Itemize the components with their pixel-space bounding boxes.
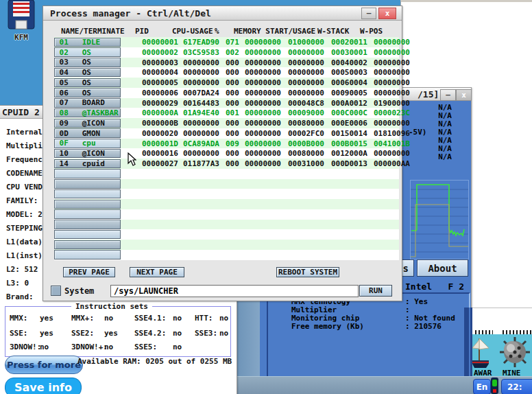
process-cell-pid: 00000027 [142,159,178,168]
empty-slot-button[interactable] [54,200,121,209]
process-cell-wstack: 000E0006 [331,119,367,128]
empty-slot-button[interactable] [54,209,121,219]
about-button[interactable]: About [417,259,468,277]
process-terminate-button[interactable]: 0F cpu [54,139,121,148]
sensor-na-value: N/A [438,152,452,161]
sea-mine-icon[interactable] [498,336,531,369]
process-cell-wstack: 000D0013 [331,159,367,168]
process-cell-pct: 000 [226,129,239,138]
empty-row [54,240,399,250]
clock-button[interactable]: 22: [501,379,532,394]
empty-row [54,250,399,260]
process-cell-usage: 01000000 [288,38,324,47]
process-terminate-button[interactable]: 08 @TASKBAR [54,108,121,118]
empty-slot-button[interactable] [54,189,121,199]
process-cell-wstack: 000C000C [331,108,367,117]
process-cell-pct: 000 [226,149,239,158]
process-terminate-button[interactable]: 10 @ICON [54,149,121,159]
reboot-system-button[interactable]: REBOOT SYSTEM [276,267,339,277]
column-header-name: NAME/TERMINATE [61,27,125,36]
process-row: 06 OS000000060007DA240000000000000000000… [54,88,399,98]
process-cell-wpos: 00000000 [374,119,410,128]
language-indicator-button[interactable]: En [473,379,491,394]
launcher-path-input[interactable] [110,285,359,297]
process-row: 10 @ICON00000016000000000000000000000080… [54,148,399,159]
process-cell-wpos: 00000000 [374,68,410,77]
process-cell-usage: 0000B000 [288,139,324,148]
process-cell-cpu: 617EAD90 [183,38,219,47]
process-cell-cpu: 011877A3 [183,159,219,168]
monitor-info-line: Free memory (Kb): 210576 [291,322,364,331]
close-button[interactable]: x [378,8,396,19]
empty-slot-button[interactable] [54,179,121,189]
process-cell-pct: 002 [226,48,239,57]
column-header-cpu: CPU-USAGE [172,27,213,36]
sailing-ship-icon[interactable] [472,337,490,369]
process-manager-titlebar[interactable]: Process manager - Ctrl/Alt/Del – x [43,6,402,21]
process-cell-pid: 00000005 [142,78,178,87]
instruction-set-label: MMX+: [71,314,94,323]
cpuid-title: CPUID 2 [0,107,40,117]
cpuid-info-label: STEPPING [6,224,43,233]
empty-slot-button[interactable] [54,230,121,240]
process-cell-pid: 0000000B [142,119,178,128]
process-cell-pid: 00000003 [142,58,178,67]
monitor-graph [410,180,469,259]
floppy-disk-icon [8,0,35,30]
process-cell-usage: 00000000 [288,68,324,77]
process-terminate-button[interactable]: 04 OS [54,68,121,78]
system-checkbox[interactable] [51,286,61,296]
process-row: 05 OS00000005000000000000000000000000000… [54,78,399,88]
instruction-set-label: 3DNOW!+: [71,343,108,351]
empty-slot-button[interactable] [54,169,121,178]
save-info-button[interactable]: Save info [5,378,82,394]
process-cell-wstack: 00090005 [331,89,367,97]
process-cell-wpos: 00000000 [374,78,410,87]
process-terminate-button[interactable]: 02 OS [54,47,121,57]
process-terminate-button[interactable]: 03 OS [54,58,121,67]
empty-slot-button[interactable] [54,250,121,259]
process-cell-pid: 00000001 [142,38,178,47]
empty-row [54,199,399,209]
process-cell-usage: 00080000 [288,119,324,128]
process-cell-pid: 0000001D [142,139,178,148]
process-cell-pct: 000 [226,159,239,168]
press-for-more-button[interactable]: Press for more [5,356,83,374]
process-cell-cpu: 01A94E40 [183,108,219,117]
cpuid-info-label: Multipli [6,141,43,150]
process-cell-pct: 001 [226,108,239,117]
prev-page-button[interactable]: PREV PAGE [63,267,115,277]
process-cell-mem: 00000000 [245,48,281,57]
process-terminate-button[interactable]: 01 IDLE [54,38,121,47]
process-terminate-button[interactable]: 05 OS [54,78,121,88]
desktop-icon-kfm[interactable]: KFM [5,0,37,42]
process-terminate-button[interactable]: 07 BOARD [54,98,121,108]
process-cell-wpos: 00000000 [374,58,410,67]
monitor-info-label: Free memory (Kb) [291,322,364,331]
column-header-wpos: W-POS [360,27,383,36]
process-table: 01 IDLE00000001617EAD9007100000000010000… [54,37,399,260]
process-terminate-button[interactable]: 09 @ICON [54,119,121,128]
empty-slot-button[interactable] [54,220,121,229]
process-cell-wstack: 00150014 [331,129,367,138]
cpu-model-text: Intel F 2 [405,281,464,292]
minimize-button[interactable]: – [361,8,376,19]
process-terminate-button[interactable]: 0D GMON [54,128,121,138]
run-button[interactable]: RUN [359,285,392,297]
process-terminate-button[interactable]: 06 OS [54,88,121,97]
process-cell-wpos: 00000000 [374,48,410,57]
process-terminate-button[interactable]: 14 cpuid [54,159,121,169]
next-page-button[interactable]: NEXT PAGE [130,267,184,277]
instruction-set-value: no [173,329,182,338]
process-cell-wstack: 000B0015 [331,139,367,148]
process-cell-mem: 00000000 [245,149,281,158]
monitor-close-button[interactable]: x [456,89,472,101]
process-cell-usage: 00000000 [288,89,324,97]
monitor-minimize-button[interactable]: – [440,89,456,101]
empty-slot-button[interactable] [54,240,121,250]
column-header-pct: % [215,27,219,36]
process-cell-pid: 00000002 [142,48,178,57]
process-cell-mem: 00000000 [245,58,281,67]
process-cell-mem: 00000000 [245,108,281,117]
process-cell-cpu: 0007DA24 [183,89,219,97]
